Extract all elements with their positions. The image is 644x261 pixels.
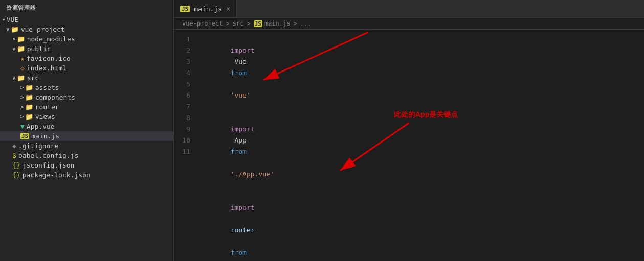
chevron-icon: ∨ xyxy=(6,26,10,33)
chevron-icon: ▾ xyxy=(2,16,6,23)
sidebar-item-label: babel.config.js xyxy=(18,152,78,159)
sidebar-item-label: .gitignore xyxy=(18,142,58,150)
sidebar-item-package-lock[interactable]: {} package-lock.json xyxy=(0,170,173,180)
sidebar-item-assets[interactable]: > 📁 assets xyxy=(0,83,173,92)
sidebar-item-favicon[interactable]: ★ favicon.ico xyxy=(0,54,173,63)
diamond-icon: ◆ xyxy=(12,142,16,150)
chevron-icon: > xyxy=(20,84,24,91)
folder-icon: 📁 xyxy=(17,74,25,82)
chevron-icon: ∨ xyxy=(12,45,16,52)
babel-icon: β xyxy=(12,152,16,159)
sidebar-item-components[interactable]: > 📁 components xyxy=(0,92,173,102)
breadcrumb-vue-project: vue-project xyxy=(182,20,223,27)
js-icon: JS xyxy=(20,133,29,139)
sidebar-item-label: router xyxy=(35,103,59,111)
tab-bar: JS main.js × xyxy=(174,0,644,18)
code-editor[interactable]: 1 2 3 4 5 6 7 8 9 10 11 import Vue from … xyxy=(174,30,644,261)
sidebar-item-label: views xyxy=(35,113,55,121)
sidebar-item-jsconfig[interactable]: {} jsconfig.json xyxy=(0,160,173,170)
vue-icon: ▼ xyxy=(20,123,25,130)
folder-icon: 📁 xyxy=(25,113,33,121)
folder-icon: 📁 xyxy=(17,45,25,53)
breadcrumb-sep3: > xyxy=(293,20,297,27)
sidebar-item-label: App.vue xyxy=(27,123,55,130)
sidebar-item-label: favicon.ico xyxy=(27,55,71,62)
html-icon: ◇ xyxy=(20,64,25,72)
folder-icon: 📁 xyxy=(11,26,19,33)
tab-js-icon: JS xyxy=(180,6,190,12)
sidebar-item-label: vue-project xyxy=(21,26,65,33)
chevron-icon: ∨ xyxy=(12,75,16,81)
tab-main-js[interactable]: JS main.js × xyxy=(174,0,237,17)
tab-close-button[interactable]: × xyxy=(226,5,230,12)
folder-icon: 📁 xyxy=(25,93,33,101)
code-lines: import Vue from 'vue' import App from '.… xyxy=(198,34,644,257)
folder-icon: 📁 xyxy=(25,103,33,111)
sidebar-item-label: package-lock.json xyxy=(23,171,91,179)
code-line-2: import App from './App.vue' xyxy=(198,112,636,191)
folder-icon: 📁 xyxy=(25,84,33,91)
sidebar-item-label: node_modules xyxy=(27,35,75,43)
tab-label: main.js xyxy=(194,5,222,13)
json-icon: {} xyxy=(12,161,20,169)
sidebar-item-public[interactable]: ∨ 📁 public xyxy=(0,44,173,54)
chevron-icon: > xyxy=(20,104,24,110)
sidebar-item-label: public xyxy=(27,45,51,53)
breadcrumb-filename: main.js xyxy=(264,20,291,27)
sidebar-item-views[interactable]: > 📁 views xyxy=(0,112,173,122)
breadcrumb-ellipsis: ... xyxy=(300,20,312,27)
line-numbers: 1 2 3 4 5 6 7 8 9 10 11 xyxy=(174,34,198,257)
sidebar: 资源管理器 ▾ VUE ∨ 📁 vue-project > 📁 node_mod… xyxy=(0,0,174,261)
breadcrumb-js-icon: JS xyxy=(254,20,262,27)
sidebar-item-label: assets xyxy=(35,84,59,91)
sidebar-item-app-vue[interactable]: ▼ App.vue xyxy=(0,122,173,131)
string-app-vue: './App.vue' xyxy=(231,170,275,178)
string-vue: 'vue' xyxy=(231,91,251,99)
sidebar-item-babel[interactable]: β babel.config.js xyxy=(0,151,173,160)
breadcrumb: vue-project > src > JS main.js > ... xyxy=(174,18,644,30)
breadcrumb-sep: > xyxy=(226,20,229,27)
json-icon: {} xyxy=(12,171,20,179)
sidebar-item-label: main.js xyxy=(31,132,59,140)
sidebar-item-main-js[interactable]: JS main.js xyxy=(0,131,173,141)
sidebar-item-label: VUE xyxy=(7,16,18,23)
chevron-icon: > xyxy=(20,94,24,101)
star-icon: ★ xyxy=(20,55,25,62)
sidebar-item-label: components xyxy=(35,93,75,101)
router-identifier: router xyxy=(231,226,255,234)
keyword: import xyxy=(231,46,255,54)
chevron-icon: > xyxy=(12,36,16,42)
breadcrumb-src: src xyxy=(233,20,244,27)
code-line-1: import Vue from 'vue' xyxy=(198,34,636,112)
sidebar-title: 资源管理器 xyxy=(0,0,173,15)
sidebar-item-label: jsconfig.json xyxy=(23,161,75,169)
sidebar-item-src[interactable]: ∨ 📁 src xyxy=(0,73,173,83)
sidebar-item-node-modules[interactable]: > 📁 node_modules xyxy=(0,34,173,44)
sidebar-item-gitignore[interactable]: ◆ .gitignore xyxy=(0,141,173,151)
code-line-3: import router from './router' xyxy=(198,191,636,261)
sidebar-item-vue[interactable]: ▾ VUE xyxy=(0,15,173,25)
chevron-icon: > xyxy=(20,113,24,120)
sidebar-item-router[interactable]: > 📁 router xyxy=(0,102,173,112)
sidebar-item-label: index.html xyxy=(27,64,66,72)
breadcrumb-sep2: > xyxy=(247,20,250,27)
sidebar-item-index-html[interactable]: ◇ index.html xyxy=(0,63,173,73)
folder-icon: 📁 xyxy=(17,35,25,43)
from-keyword: from xyxy=(231,69,247,77)
editor-area: JS main.js × vue-project > src > JS main… xyxy=(174,0,644,261)
sidebar-item-label: src xyxy=(27,74,39,82)
sidebar-item-vue-project[interactable]: ∨ 📁 vue-project xyxy=(0,25,173,34)
